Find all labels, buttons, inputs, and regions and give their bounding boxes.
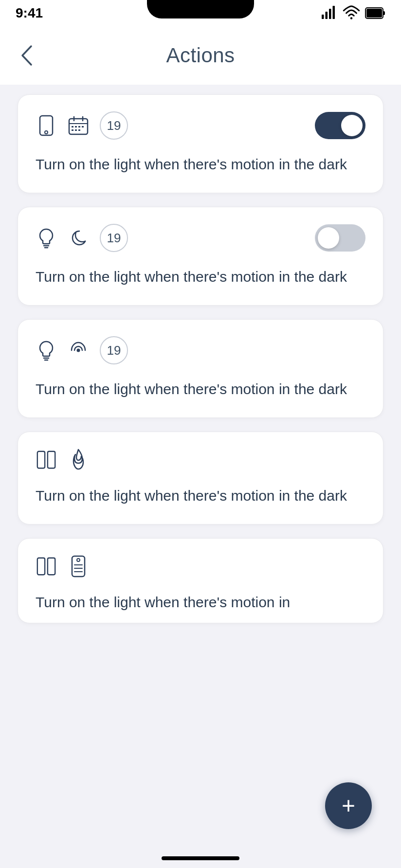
svg-rect-29	[48, 558, 55, 575]
chevron-left-icon	[19, 44, 33, 67]
battery-icon	[365, 6, 385, 20]
action-card: 19 Turn on the light when there's motion…	[18, 207, 383, 306]
action-card: Turn on the light when there's motion in	[18, 538, 383, 623]
svg-rect-0	[322, 15, 324, 19]
status-bar: 9:41	[0, 0, 401, 26]
card-top-row: 19	[36, 336, 365, 364]
card-description: Turn on the light when there's motion in…	[36, 485, 365, 506]
wireless-icon	[68, 340, 89, 361]
card-description: Turn on the light when there's motion in	[36, 591, 365, 613]
card-toggle-area[interactable]	[315, 112, 365, 139]
svg-rect-8	[40, 116, 53, 135]
signal-bars-icon	[320, 4, 338, 22]
svg-rect-27	[48, 452, 55, 468]
action-card: 19 Turn on the light when there's motion…	[18, 319, 383, 418]
flame-icon	[68, 449, 89, 471]
svg-point-25	[77, 349, 80, 352]
svg-rect-15	[75, 126, 77, 127]
status-icons	[320, 4, 385, 22]
svg-rect-28	[37, 558, 45, 575]
action-toggle[interactable]	[315, 112, 365, 139]
action-toggle[interactable]	[315, 224, 365, 252]
svg-rect-30	[72, 556, 85, 577]
card-top-row	[36, 449, 365, 471]
card-badge: 19	[100, 111, 128, 140]
toggle-knob	[318, 227, 339, 249]
wifi-icon	[343, 4, 360, 22]
panels-icon	[36, 449, 57, 470]
card-badge: 19	[100, 224, 128, 252]
svg-point-9	[45, 131, 48, 134]
svg-rect-19	[75, 129, 77, 131]
svg-rect-2	[329, 9, 331, 19]
bulb-icon	[36, 227, 57, 249]
svg-rect-3	[333, 6, 335, 19]
svg-rect-26	[37, 452, 45, 468]
svg-rect-14	[72, 126, 73, 127]
back-button[interactable]	[19, 44, 33, 67]
home-indicator	[162, 856, 239, 860]
status-time: 9:41	[16, 5, 43, 21]
card-top-row: 19	[36, 224, 365, 252]
panels-icon	[36, 556, 57, 577]
svg-rect-16	[78, 126, 80, 127]
card-toggle-area[interactable]	[315, 224, 365, 252]
svg-rect-18	[72, 129, 73, 131]
toggle-knob	[341, 115, 363, 136]
moon-icon	[68, 228, 89, 248]
card-description: Turn on the light when there's motion in…	[36, 266, 365, 288]
card-top-row: 19	[36, 111, 365, 140]
bulb-icon	[36, 340, 57, 361]
action-card: 19 Turn on the light when there's motion…	[18, 94, 383, 193]
content-area: 19 Turn on the light when there's motion…	[0, 85, 401, 633]
svg-point-31	[77, 559, 80, 561]
device-icon	[68, 555, 89, 578]
add-action-button[interactable]: +	[325, 782, 372, 829]
notch	[147, 0, 254, 18]
card-badge: 19	[100, 336, 128, 364]
svg-rect-20	[78, 129, 80, 131]
plus-icon: +	[342, 794, 355, 817]
svg-rect-1	[326, 12, 328, 19]
action-card: Turn on the light when there's motion in…	[18, 432, 383, 524]
card-top-row	[36, 555, 365, 578]
svg-rect-7	[383, 11, 385, 15]
svg-point-4	[350, 17, 353, 19]
svg-rect-6	[366, 9, 382, 18]
card-description: Turn on the light when there's motion in…	[36, 153, 365, 175]
page-title: Actions	[166, 44, 235, 67]
nav-header: Actions	[0, 26, 401, 85]
calendar-icon	[68, 116, 89, 135]
phone-icon	[36, 115, 57, 136]
svg-rect-17	[82, 126, 84, 127]
card-description: Turn on the light when there's motion in…	[36, 378, 365, 400]
